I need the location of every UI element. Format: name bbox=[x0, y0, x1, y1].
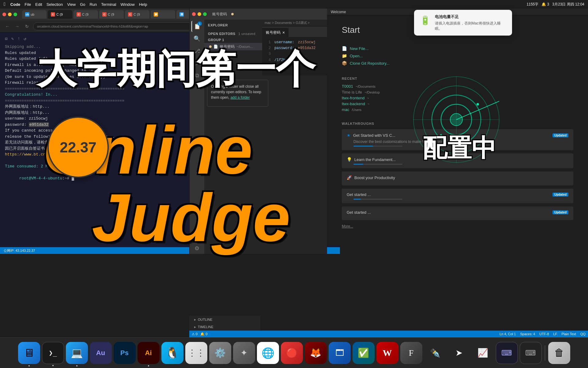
minimize-button[interactable] bbox=[8, 13, 12, 16]
status-eol[interactable]: LF bbox=[553, 332, 557, 336]
dock-font-app[interactable]: F bbox=[400, 342, 422, 364]
dock-app-red[interactable]: 🔴 bbox=[281, 342, 303, 364]
ip-display: 公网IP: 43.143.22.37 bbox=[4, 248, 35, 253]
menu-file[interactable]: File bbox=[24, 2, 31, 7]
font-icon: F bbox=[409, 348, 414, 358]
status-position[interactable]: Ln 4, Col 1 bbox=[499, 332, 516, 336]
dock-app-check[interactable]: ✅ bbox=[352, 342, 375, 364]
battery-notification: 🔋 电池电量不足 请插入电源插座，否则Mac将很快进入睡眠。 bbox=[414, 10, 512, 36]
finder-icon: 🖥 bbox=[24, 347, 35, 359]
dock-app-dark[interactable]: 🦊 bbox=[305, 342, 327, 364]
forward-button[interactable]: → bbox=[13, 23, 21, 30]
active-editor-tab[interactable]: 账号密码 × bbox=[262, 28, 288, 37]
dock-system-preferences[interactable]: ⚙️ bbox=[209, 342, 231, 364]
pz-text-content: 配置中 bbox=[423, 134, 496, 162]
explorer-icon[interactable]: 1 📋 bbox=[191, 21, 202, 32]
walkthrough-item-productivity[interactable]: 🚀 Boost your Productivity bbox=[342, 171, 573, 186]
clone-git-item[interactable]: 📦 Clone Git Repository... bbox=[342, 59, 573, 67]
walkthrough-item-started-1[interactable]: Get started ... Updated bbox=[342, 189, 573, 203]
vs-title: 账号密码 bbox=[212, 12, 227, 17]
menu-window[interactable]: Window bbox=[120, 2, 134, 7]
start-section: 📄 New File... 📁 Open... 📦 Clone Git Repo… bbox=[342, 45, 573, 67]
tab-item[interactable]: C C (9 bbox=[74, 10, 98, 19]
updated-badge: Updated bbox=[552, 210, 568, 214]
menu-view[interactable]: View bbox=[67, 2, 76, 7]
tab-item[interactable]: 解 bbox=[151, 10, 175, 19]
tab-label: C (9 bbox=[134, 13, 140, 16]
badge-text: 22.37 bbox=[60, 139, 96, 156]
dock-vscode[interactable]: 💻 bbox=[66, 342, 88, 364]
dock-illustrator[interactable]: Ai bbox=[138, 342, 160, 364]
tab-item-active[interactable]: C C (9 bbox=[48, 10, 72, 19]
menu-run[interactable]: Run bbox=[89, 2, 97, 7]
status-right: Ln 4, Col 1 Spaces: 4 UTF-8 LF Plain Tex… bbox=[499, 332, 586, 336]
en-line2-text: Judge bbox=[92, 180, 290, 255]
close-button[interactable] bbox=[2, 13, 6, 16]
dock-kbd-2[interactable]: ⌨ bbox=[520, 342, 542, 364]
menu-go[interactable]: Go bbox=[80, 2, 85, 7]
add-folder-link[interactable]: add a folder bbox=[230, 95, 250, 100]
term-icon-1[interactable]: ⊡ bbox=[5, 36, 7, 41]
tab-item[interactable]: ub ub bbox=[22, 10, 47, 19]
search-icon[interactable]: 🔍 bbox=[191, 33, 202, 44]
vs-minimize-button[interactable] bbox=[198, 12, 201, 16]
photoshop-icon: Ps bbox=[120, 349, 129, 357]
dock-arrow-app[interactable]: ➤ bbox=[448, 342, 470, 364]
dock-kbd-1[interactable]: ⌨ bbox=[496, 342, 518, 364]
walkthrough-item-started-2[interactable]: Get started ... Updated bbox=[342, 206, 573, 220]
term-icon-3[interactable]: ↑ bbox=[17, 36, 20, 41]
menu-selection[interactable]: Selection bbox=[47, 2, 63, 7]
dock-chart-app[interactable]: 📈 bbox=[472, 342, 494, 364]
vs-close-button[interactable] bbox=[192, 12, 196, 16]
new-file-item[interactable]: 📄 New File... bbox=[342, 45, 573, 52]
status-errors: ⚠ 0 🔔 0 bbox=[192, 332, 208, 336]
dock-photoshop[interactable]: Ps bbox=[114, 342, 136, 364]
illustrator-icon: Ai bbox=[145, 349, 152, 357]
term-icon-2[interactable]: ✎ bbox=[11, 36, 13, 41]
dock-pen-app[interactable]: ✒️ bbox=[424, 342, 446, 364]
chevron-right-icon: ▶ bbox=[194, 326, 196, 328]
recent-path: ~/Documents bbox=[356, 85, 375, 88]
menu-edit[interactable]: Edit bbox=[35, 2, 42, 7]
menu-terminal[interactable]: Terminal bbox=[101, 2, 116, 7]
dock-infinity[interactable]: ✦ bbox=[233, 342, 255, 364]
term-icon-4[interactable]: ↺ bbox=[24, 36, 26, 41]
open-item[interactable]: 📁 Open... bbox=[342, 52, 573, 59]
menu-help[interactable]: Help bbox=[139, 2, 147, 7]
tab-item[interactable]: C C (9 bbox=[99, 10, 124, 19]
vs-maximize-button[interactable] bbox=[203, 12, 207, 16]
reload-button[interactable]: ↻ bbox=[23, 23, 31, 30]
dock-trash[interactable]: 🗑 bbox=[548, 342, 570, 364]
close-tab-button[interactable]: × bbox=[282, 30, 285, 35]
more-link[interactable]: More... bbox=[342, 223, 573, 229]
timeline-item[interactable]: ▶ TIMELINE bbox=[189, 323, 260, 331]
status-ext[interactable]: QQ bbox=[580, 332, 586, 336]
dock-qq[interactable]: 🐧 bbox=[161, 342, 183, 364]
apple-menu[interactable]:  bbox=[4, 2, 6, 7]
status-encoding[interactable]: UTF-8 bbox=[539, 332, 549, 336]
dock-finder[interactable]: 🖥 bbox=[18, 342, 40, 364]
battery-title: 电池电量不足 bbox=[435, 14, 507, 20]
dock-launchpad[interactable]: ⋮⋮ bbox=[185, 342, 207, 364]
dock-app-blue[interactable]: 🗔 bbox=[329, 342, 351, 364]
back-button[interactable]: ← bbox=[4, 23, 11, 30]
menu-app[interactable]: Code bbox=[10, 2, 21, 7]
active-dot bbox=[76, 365, 77, 366]
dock-chrome[interactable]: 🌐 bbox=[257, 342, 279, 364]
outline-item[interactable]: ▶ OUTLINE bbox=[189, 316, 260, 323]
git-clone-icon: 📦 bbox=[342, 61, 347, 66]
status-spaces[interactable]: Spaces: 4 bbox=[520, 332, 535, 336]
line-number: 1 bbox=[266, 40, 271, 45]
open-icon: 📁 bbox=[342, 53, 347, 58]
recent-name: mac bbox=[342, 107, 349, 112]
dock-terminal[interactable]: ❯_ bbox=[42, 342, 64, 364]
tab-item[interactable]: C C (9 bbox=[125, 10, 149, 19]
notification-count: 🔔 3 bbox=[541, 2, 549, 6]
circle-badge: 22.37 bbox=[47, 117, 109, 178]
walkthrough-header: 🚀 Boost your Productivity bbox=[347, 175, 568, 180]
dock-audition[interactable]: Au bbox=[90, 342, 112, 364]
status-lang[interactable]: Plain Text bbox=[561, 332, 576, 336]
welcome-tab-label[interactable]: Welcome bbox=[331, 10, 346, 14]
dock-app-w[interactable]: W bbox=[376, 342, 398, 364]
maximize-button[interactable] bbox=[13, 13, 17, 16]
